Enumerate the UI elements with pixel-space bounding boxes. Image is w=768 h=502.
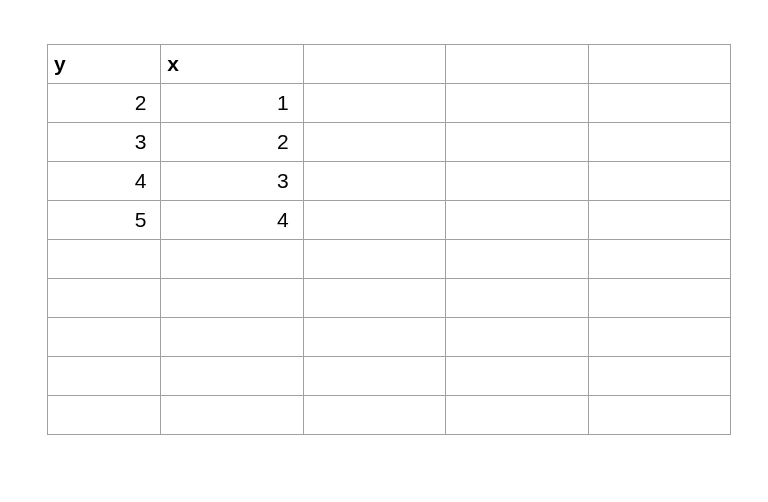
header-x: x	[161, 45, 303, 84]
empty-cell	[588, 279, 730, 318]
cell-x: 2	[161, 123, 303, 162]
empty-cell	[446, 123, 588, 162]
empty-cell	[303, 279, 445, 318]
empty-cell	[303, 201, 445, 240]
empty-cell	[48, 279, 161, 318]
empty-cell	[446, 84, 588, 123]
table-header-row: y x	[48, 45, 731, 84]
empty-cell	[303, 318, 445, 357]
empty-cell	[303, 396, 445, 435]
table-row: 3 2	[48, 123, 731, 162]
cell-y: 5	[48, 201, 161, 240]
empty-cell	[588, 162, 730, 201]
empty-cell	[588, 201, 730, 240]
header-y: y	[48, 45, 161, 84]
table-row	[48, 240, 731, 279]
cell-y: 4	[48, 162, 161, 201]
empty-cell	[48, 357, 161, 396]
cell-y: 3	[48, 123, 161, 162]
data-table-container: y x 2 1 3 2 4 3	[47, 44, 731, 435]
cell-y: 2	[48, 84, 161, 123]
empty-cell	[48, 396, 161, 435]
empty-cell	[446, 318, 588, 357]
empty-cell	[446, 357, 588, 396]
empty-cell	[446, 240, 588, 279]
empty-cell	[588, 318, 730, 357]
empty-cell	[446, 162, 588, 201]
empty-cell	[303, 240, 445, 279]
table-row: 2 1	[48, 84, 731, 123]
empty-cell	[161, 318, 303, 357]
empty-cell	[303, 162, 445, 201]
table-row	[48, 279, 731, 318]
table-row: 4 3	[48, 162, 731, 201]
empty-cell	[303, 84, 445, 123]
empty-cell	[588, 45, 730, 84]
empty-cell	[161, 240, 303, 279]
empty-cell	[161, 357, 303, 396]
empty-cell	[161, 279, 303, 318]
empty-cell	[48, 240, 161, 279]
empty-cell	[588, 84, 730, 123]
cell-x: 3	[161, 162, 303, 201]
empty-cell	[161, 396, 303, 435]
empty-cell	[303, 45, 445, 84]
empty-cell	[588, 357, 730, 396]
data-table: y x 2 1 3 2 4 3	[47, 44, 731, 435]
table-row: 5 4	[48, 201, 731, 240]
cell-x: 1	[161, 84, 303, 123]
empty-cell	[303, 357, 445, 396]
empty-cell	[446, 201, 588, 240]
empty-cell	[446, 45, 588, 84]
table-row	[48, 357, 731, 396]
empty-cell	[588, 123, 730, 162]
empty-cell	[48, 318, 161, 357]
empty-cell	[588, 396, 730, 435]
table-row	[48, 318, 731, 357]
empty-cell	[446, 279, 588, 318]
empty-cell	[446, 396, 588, 435]
cell-x: 4	[161, 201, 303, 240]
empty-cell	[588, 240, 730, 279]
table-row	[48, 396, 731, 435]
empty-cell	[303, 123, 445, 162]
